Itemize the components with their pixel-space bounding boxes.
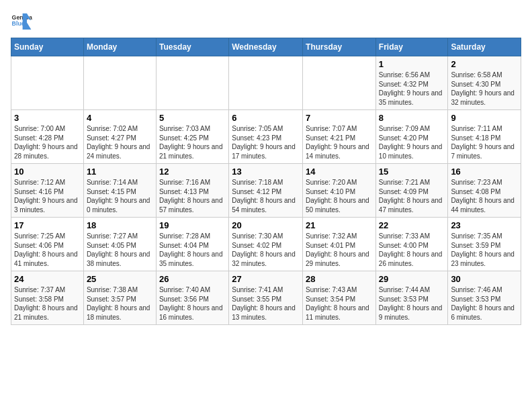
day-info: Sunrise: 7:20 AM Sunset: 4:10 PM Dayligh… [306, 178, 373, 214]
day-number: 18 [87, 220, 153, 230]
calendar-cell: 22Sunrise: 7:33 AM Sunset: 4:00 PM Dayli… [375, 218, 448, 271]
calendar-cell: 15Sunrise: 7:21 AM Sunset: 4:09 PM Dayli… [375, 164, 448, 218]
col-header-tuesday: Tuesday [156, 38, 228, 56]
day-info: Sunrise: 6:56 AM Sunset: 4:32 PM Dayligh… [379, 71, 445, 107]
day-number: 17 [14, 220, 81, 230]
day-info: Sunrise: 7:18 AM Sunset: 4:12 PM Dayligh… [232, 178, 300, 214]
day-info: Sunrise: 7:21 AM Sunset: 4:09 PM Dayligh… [379, 178, 445, 214]
day-info: Sunrise: 7:43 AM Sunset: 3:54 PM Dayligh… [306, 285, 373, 322]
day-number: 13 [232, 167, 300, 177]
calendar-cell: 5Sunrise: 7:03 AM Sunset: 4:25 PM Daylig… [156, 110, 228, 164]
calendar-cell: 11Sunrise: 7:14 AM Sunset: 4:15 PM Dayli… [83, 164, 156, 218]
calendar-cell: 9Sunrise: 7:11 AM Sunset: 4:18 PM Daylig… [448, 110, 521, 164]
calendar-cell: 28Sunrise: 7:43 AM Sunset: 3:54 PM Dayli… [303, 271, 376, 325]
day-number: 10 [14, 167, 81, 177]
col-header-thursday: Thursday [303, 38, 376, 56]
day-number: 27 [232, 274, 300, 284]
calendar-cell: 29Sunrise: 7:44 AM Sunset: 3:53 PM Dayli… [375, 271, 448, 325]
day-number: 26 [159, 274, 226, 284]
calendar-cell: 10Sunrise: 7:12 AM Sunset: 4:16 PM Dayli… [11, 164, 84, 218]
calendar-cell: 25Sunrise: 7:38 AM Sunset: 3:57 PM Dayli… [83, 271, 156, 325]
logo: General Blue [11, 11, 35, 32]
day-info: Sunrise: 7:27 AM Sunset: 4:05 PM Dayligh… [87, 232, 153, 268]
calendar-cell: 6Sunrise: 7:05 AM Sunset: 4:23 PM Daylig… [229, 110, 303, 164]
day-info: Sunrise: 7:28 AM Sunset: 4:04 PM Dayligh… [159, 232, 226, 268]
day-info: Sunrise: 7:23 AM Sunset: 4:08 PM Dayligh… [451, 178, 518, 214]
day-number: 6 [232, 113, 300, 123]
calendar-table: SundayMondayTuesdayWednesdayThursdayFrid… [11, 38, 521, 325]
calendar-cell: 4Sunrise: 7:02 AM Sunset: 4:27 PM Daylig… [83, 110, 156, 164]
calendar-cell [303, 56, 376, 110]
day-number: 1 [379, 59, 445, 69]
day-info: Sunrise: 7:16 AM Sunset: 4:13 PM Dayligh… [159, 178, 226, 214]
day-info: Sunrise: 7:07 AM Sunset: 4:21 PM Dayligh… [306, 124, 373, 161]
day-number: 14 [306, 167, 373, 177]
day-info: Sunrise: 7:44 AM Sunset: 3:53 PM Dayligh… [379, 285, 445, 322]
day-number: 4 [87, 113, 153, 123]
day-info: Sunrise: 7:30 AM Sunset: 4:02 PM Dayligh… [232, 232, 300, 268]
calendar-cell: 18Sunrise: 7:27 AM Sunset: 4:05 PM Dayli… [83, 218, 156, 271]
day-info: Sunrise: 6:58 AM Sunset: 4:30 PM Dayligh… [451, 71, 518, 107]
day-number: 9 [451, 113, 518, 123]
day-info: Sunrise: 7:25 AM Sunset: 4:06 PM Dayligh… [14, 232, 81, 268]
calendar-cell: 2Sunrise: 6:58 AM Sunset: 4:30 PM Daylig… [448, 56, 521, 110]
col-header-sunday: Sunday [11, 38, 84, 56]
calendar-cell: 17Sunrise: 7:25 AM Sunset: 4:06 PM Dayli… [11, 218, 84, 271]
day-info: Sunrise: 7:00 AM Sunset: 4:28 PM Dayligh… [14, 124, 81, 161]
day-number: 20 [232, 220, 300, 230]
day-number: 21 [306, 220, 373, 230]
header: General Blue [11, 11, 521, 32]
calendar-cell: 23Sunrise: 7:35 AM Sunset: 3:59 PM Dayli… [448, 218, 521, 271]
day-number: 12 [159, 167, 226, 177]
day-number: 23 [451, 220, 518, 230]
day-info: Sunrise: 7:02 AM Sunset: 4:27 PM Dayligh… [87, 124, 153, 161]
day-number: 3 [14, 113, 81, 123]
day-info: Sunrise: 7:37 AM Sunset: 3:58 PM Dayligh… [14, 285, 81, 322]
day-number: 7 [306, 113, 373, 123]
day-info: Sunrise: 7:38 AM Sunset: 3:57 PM Dayligh… [87, 285, 153, 322]
day-info: Sunrise: 7:40 AM Sunset: 3:56 PM Dayligh… [159, 285, 226, 322]
calendar-cell: 24Sunrise: 7:37 AM Sunset: 3:58 PM Dayli… [11, 271, 84, 325]
day-info: Sunrise: 7:11 AM Sunset: 4:18 PM Dayligh… [451, 124, 518, 161]
day-info: Sunrise: 7:35 AM Sunset: 3:59 PM Dayligh… [451, 232, 518, 268]
day-number: 22 [379, 220, 445, 230]
day-number: 29 [379, 274, 445, 284]
calendar-cell: 26Sunrise: 7:40 AM Sunset: 3:56 PM Dayli… [156, 271, 228, 325]
calendar-cell: 30Sunrise: 7:46 AM Sunset: 3:53 PM Dayli… [448, 271, 521, 325]
day-number: 28 [306, 274, 373, 284]
calendar-cell [156, 56, 228, 110]
day-number: 15 [379, 167, 445, 177]
calendar-cell: 21Sunrise: 7:32 AM Sunset: 4:01 PM Dayli… [303, 218, 376, 271]
day-number: 24 [14, 274, 81, 284]
logo-icon: General Blue [11, 11, 32, 32]
day-number: 11 [87, 167, 153, 177]
day-number: 8 [379, 113, 445, 123]
day-info: Sunrise: 7:46 AM Sunset: 3:53 PM Dayligh… [451, 285, 518, 322]
day-number: 2 [451, 59, 518, 69]
calendar-cell: 14Sunrise: 7:20 AM Sunset: 4:10 PM Dayli… [303, 164, 376, 218]
day-info: Sunrise: 7:12 AM Sunset: 4:16 PM Dayligh… [14, 178, 81, 214]
day-number: 25 [87, 274, 153, 284]
calendar-cell: 20Sunrise: 7:30 AM Sunset: 4:02 PM Dayli… [229, 218, 303, 271]
day-number: 5 [159, 113, 226, 123]
col-header-monday: Monday [83, 38, 156, 56]
calendar-cell: 7Sunrise: 7:07 AM Sunset: 4:21 PM Daylig… [303, 110, 376, 164]
day-info: Sunrise: 7:03 AM Sunset: 4:25 PM Dayligh… [159, 124, 226, 161]
day-number: 19 [159, 220, 226, 230]
col-header-wednesday: Wednesday [229, 38, 303, 56]
calendar-cell: 16Sunrise: 7:23 AM Sunset: 4:08 PM Dayli… [448, 164, 521, 218]
calendar-cell: 1Sunrise: 6:56 AM Sunset: 4:32 PM Daylig… [375, 56, 448, 110]
day-info: Sunrise: 7:05 AM Sunset: 4:23 PM Dayligh… [232, 124, 300, 161]
day-info: Sunrise: 7:09 AM Sunset: 4:20 PM Dayligh… [379, 124, 445, 161]
calendar-cell [83, 56, 156, 110]
day-info: Sunrise: 7:14 AM Sunset: 4:15 PM Dayligh… [87, 178, 153, 214]
calendar-cell: 27Sunrise: 7:41 AM Sunset: 3:55 PM Dayli… [229, 271, 303, 325]
calendar-cell [11, 56, 84, 110]
col-header-friday: Friday [375, 38, 448, 56]
calendar-cell: 12Sunrise: 7:16 AM Sunset: 4:13 PM Dayli… [156, 164, 228, 218]
day-number: 16 [451, 167, 518, 177]
calendar-cell: 13Sunrise: 7:18 AM Sunset: 4:12 PM Dayli… [229, 164, 303, 218]
calendar-cell: 19Sunrise: 7:28 AM Sunset: 4:04 PM Dayli… [156, 218, 228, 271]
day-info: Sunrise: 7:41 AM Sunset: 3:55 PM Dayligh… [232, 285, 300, 322]
calendar-cell [229, 56, 303, 110]
